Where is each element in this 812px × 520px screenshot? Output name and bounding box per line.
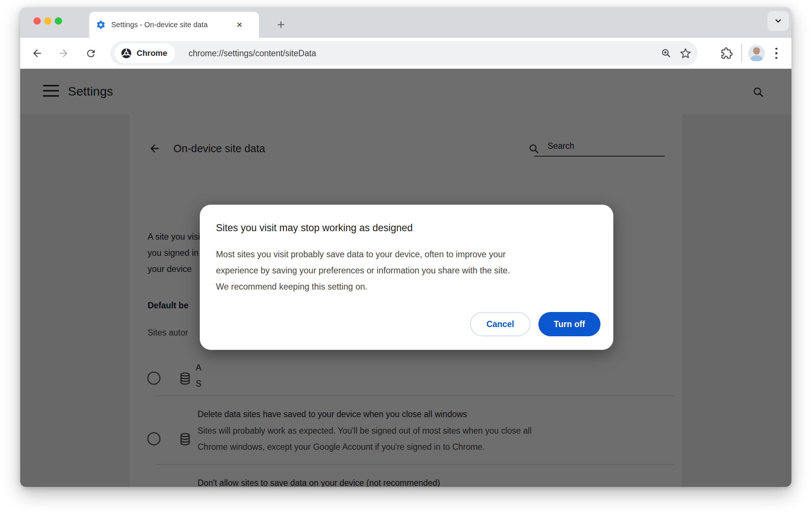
toolbar-divider (741, 44, 742, 62)
address-bar[interactable]: Chrome chrome://settings/content/siteDat… (110, 41, 698, 65)
traffic-close-button[interactable] (33, 17, 41, 25)
reload-icon (85, 48, 97, 59)
profile-button[interactable] (747, 43, 766, 63)
toolbar-right-cluster (717, 38, 791, 69)
dialog-title: Sites you visit may stop working as desi… (216, 222, 413, 234)
traffic-minimize-button[interactable] (44, 17, 51, 25)
browser-toolbar: Chrome chrome://settings/content/siteDat… (20, 38, 791, 69)
turn-off-button[interactable]: Turn off (538, 312, 600, 336)
reload-button[interactable] (81, 44, 100, 63)
cancel-button[interactable]: Cancel (470, 312, 530, 336)
dialog-body: Most sites you visit probably save data … (216, 246, 510, 295)
tab-close-icon[interactable]: ✕ (234, 19, 245, 31)
zoom-button[interactable] (657, 44, 676, 63)
browser-window: Settings - On-device site data ✕ (20, 7, 791, 487)
forward-button[interactable] (54, 44, 73, 63)
new-tab-button[interactable] (272, 15, 290, 34)
settings-gear-favicon-icon (96, 20, 106, 30)
browser-menu-button[interactable] (766, 43, 786, 63)
zoom-in-magnifier-icon (661, 48, 672, 59)
tab-strip: Settings - On-device site data ✕ (20, 7, 791, 38)
forward-arrow-icon (58, 47, 69, 59)
url-text[interactable]: chrome://settings/content/siteData (188, 49, 657, 58)
tab-settings[interactable]: Settings - On-device site data ✕ (89, 12, 259, 38)
tab-search-chevron-button[interactable] (768, 11, 789, 31)
confirmation-dialog: Sites you visit may stop working as desi… (200, 205, 613, 350)
kebab-menu-icon (775, 48, 777, 59)
chrome-site-chip[interactable]: Chrome (115, 43, 175, 63)
tab-title: Settings - On-device site data (111, 21, 232, 29)
back-arrow-icon (31, 47, 43, 59)
bookmark-button[interactable] (676, 44, 695, 63)
puzzle-icon (721, 47, 733, 59)
traffic-zoom-button[interactable] (55, 17, 62, 25)
back-button[interactable] (28, 44, 47, 63)
plus-icon (276, 20, 286, 29)
chip-label: Chrome (137, 49, 167, 58)
star-icon (680, 48, 691, 59)
chevron-down-icon (774, 17, 783, 25)
dialog-actions: Cancel Turn off (470, 312, 600, 336)
chrome-logo-icon (120, 47, 132, 59)
avatar (748, 45, 765, 62)
extensions-button[interactable] (717, 43, 737, 63)
